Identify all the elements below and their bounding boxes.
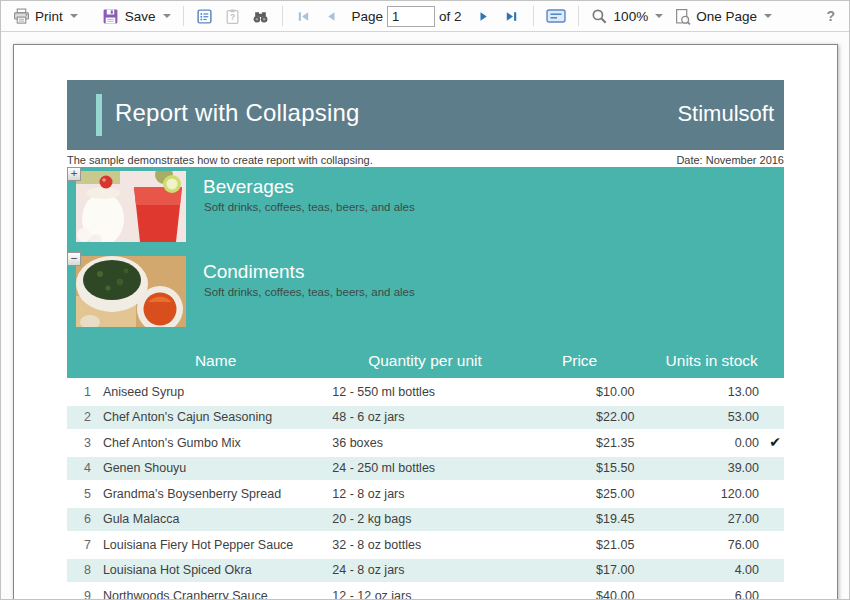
cell-name: Aniseed Syrup <box>101 385 330 399</box>
parameters-icon: ? <box>224 7 242 25</box>
toolbar-separator <box>578 6 579 26</box>
cell-units: 76.00 ✔ <box>639 538 784 552</box>
view-mode-label: One Page <box>696 9 757 24</box>
row-number: 2 <box>67 410 101 424</box>
cell-name: Chef Anton's Cajun Seasoning <box>101 410 330 424</box>
units-value: 4.00 <box>735 563 759 577</box>
cell-price: $17.00 <box>520 563 640 577</box>
toolbar-separator <box>282 6 283 26</box>
zoom-button[interactable]: 100% <box>586 4 669 28</box>
group-title: Beverages <box>203 176 294 198</box>
cell-units: 0.00 ✔ <box>639 436 784 450</box>
cell-quantity: 24 - 250 ml bottles <box>330 461 519 475</box>
cell-name: Genen Shouyu <box>101 461 330 475</box>
view-mode-button[interactable]: One Page <box>668 4 777 28</box>
cell-price: $21.35 <box>520 436 640 450</box>
cell-units: 6.00 ✔ <box>639 589 784 600</box>
cell-price: $10.00 <box>520 385 640 399</box>
report-date: Date: November 2016 <box>676 154 784 166</box>
print-button[interactable]: Print <box>7 4 83 28</box>
units-value: 13.00 <box>728 385 759 399</box>
units-value: 39.00 <box>728 461 759 475</box>
cell-units: 39.00 ✔ <box>639 461 784 475</box>
units-value: 27.00 <box>728 512 759 526</box>
fullscreen-button[interactable] <box>541 4 571 28</box>
zoom-level: 100% <box>614 9 649 24</box>
beverages-photo <box>76 171 186 242</box>
page-count: of 2 <box>439 9 462 24</box>
cell-name: Chef Anton's Gumbo Mix <box>101 436 330 450</box>
group-description: Soft drinks, coffees, teas, beers, and a… <box>204 201 415 213</box>
cell-quantity: 36 boxes <box>330 436 519 450</box>
next-page-button[interactable] <box>470 4 498 28</box>
chevron-down-icon <box>655 14 663 18</box>
report-page: Report with Collapsing Stimulsoft The sa… <box>13 44 838 600</box>
group-row-beverages[interactable]: + Beverages <box>67 167 784 252</box>
cell-price: $22.00 <box>520 410 640 424</box>
report-content: Report with Collapsing Stimulsoft The sa… <box>14 45 837 600</box>
report-description: The sample demonstrates how to create re… <box>67 154 373 166</box>
condiments-photo <box>76 256 186 327</box>
find-button[interactable] <box>247 4 275 28</box>
group-row-condiments[interactable]: − Condiments So <box>67 252 784 344</box>
table-row: 9 Northwoods Cranberry Sauce 12 - 12 oz … <box>67 584 784 600</box>
cell-quantity: 48 - 6 oz jars <box>330 410 519 424</box>
units-value: 6.00 <box>735 589 759 600</box>
toolbar: Print Save ? <box>1 1 849 32</box>
row-number: 7 <box>67 538 101 552</box>
toolbar-separator <box>533 6 534 26</box>
next-page-icon <box>475 7 493 25</box>
fullscreen-icon <box>546 7 566 25</box>
column-header-quantity: Quantity per unit <box>330 344 519 378</box>
last-page-icon <box>503 7 521 25</box>
last-page-button[interactable] <box>498 4 526 28</box>
table-row: 4 Genen Shouyu 24 - 250 ml bottles $15.5… <box>67 457 784 483</box>
column-header-units: Units in stock <box>639 344 784 378</box>
parameters-button[interactable]: ? <box>219 4 247 28</box>
cell-units: 120.00 ✔ <box>639 487 784 501</box>
plus-toggle-icon[interactable]: + <box>67 167 81 181</box>
units-value: 53.00 <box>728 410 759 424</box>
save-button[interactable]: Save <box>97 4 176 28</box>
preview-area: Report with Collapsing Stimulsoft The sa… <box>1 32 849 600</box>
one-page-icon <box>673 7 691 25</box>
table-body: 1 Aniseed Syrup 12 - 550 ml bottles $10.… <box>67 380 784 600</box>
minus-toggle-icon[interactable]: − <box>67 252 81 266</box>
help-button[interactable]: ? <box>820 6 841 26</box>
save-label: Save <box>125 9 156 24</box>
bookmarks-icon <box>196 7 214 25</box>
bookmarks-button[interactable] <box>191 4 219 28</box>
row-number: 3 <box>67 436 101 450</box>
save-icon <box>102 7 120 25</box>
column-header-number <box>67 344 101 378</box>
cell-units: 27.00 ✔ <box>639 512 784 526</box>
table-row: 1 Aniseed Syrup 12 - 550 ml bottles $10.… <box>67 380 784 406</box>
svg-text:?: ? <box>230 12 235 22</box>
report-title: Report with Collapsing <box>115 99 360 127</box>
page-input[interactable] <box>387 6 435 27</box>
cell-price: $25.00 <box>520 487 640 501</box>
cell-quantity: 12 - 8 oz jars <box>330 487 519 501</box>
row-number: 5 <box>67 487 101 501</box>
check-icon: ✔ <box>769 434 781 450</box>
cell-quantity: 12 - 12 oz jars <box>330 589 519 600</box>
prev-page-button[interactable] <box>318 4 346 28</box>
brand-label: Stimulsoft <box>677 101 774 127</box>
first-page-button[interactable] <box>290 4 318 28</box>
cell-quantity: 20 - 2 kg bags <box>330 512 519 526</box>
table-row: 2 Chef Anton's Cajun Seasoning 48 - 6 oz… <box>67 406 784 432</box>
group-title: Condiments <box>203 261 304 283</box>
prev-page-icon <box>323 7 341 25</box>
cell-price: $15.50 <box>520 461 640 475</box>
row-number: 6 <box>67 512 101 526</box>
report-viewer-window: Print Save ? <box>0 0 850 600</box>
table-header-row: Name Quantity per unit Price Units in st… <box>67 344 784 378</box>
cell-name: Louisiana Hot Spiced Okra <box>101 563 330 577</box>
table-row: 5 Grandma's Boysenberry Spread 12 - 8 oz… <box>67 482 784 508</box>
cell-name: Gula Malacca <box>101 512 330 526</box>
first-page-icon <box>295 7 313 25</box>
group-area: + Beverages <box>67 167 784 378</box>
cell-quantity: 24 - 8 oz jars <box>330 563 519 577</box>
row-number: 9 <box>67 589 101 600</box>
cell-quantity: 12 - 550 ml bottles <box>330 385 519 399</box>
